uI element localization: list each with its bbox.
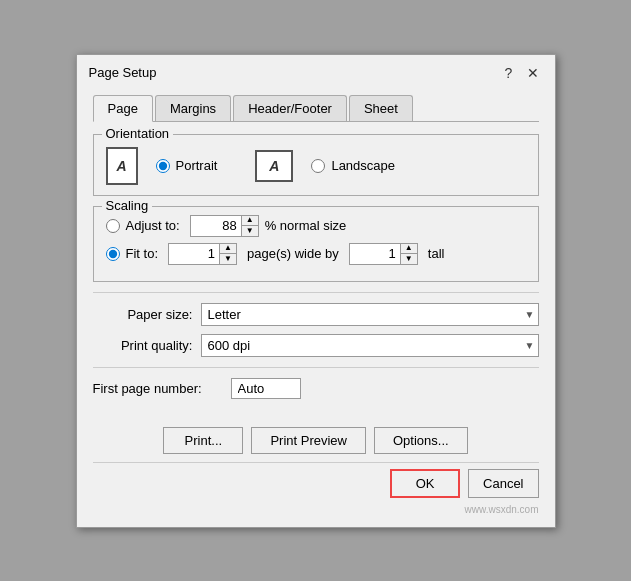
orientation-label: Orientation [102,126,174,141]
title-bar-icons: ? ✕ [499,63,543,83]
paper-size-select[interactable]: Letter A4 Legal Executive [201,303,539,326]
fit-to-label[interactable]: Fit to: [126,246,159,261]
page-setup-dialog: Page Setup ? ✕ Page Margins Header/Foote… [76,54,556,528]
adjust-to-row: Adjust to: 88 ▲ ▼ % normal size [106,215,526,237]
portrait-option: Portrait [156,158,218,173]
adjust-to-label[interactable]: Adjust to: [126,218,180,233]
adjust-to-spin-down[interactable]: ▼ [242,226,258,236]
orientation-group: Orientation A Portrait A Landsca [93,134,539,196]
options-button[interactable]: Options... [374,427,468,454]
paper-size-row: Paper size: Letter A4 Legal Executive ▼ [93,303,539,326]
landscape-icon: A [255,150,293,182]
dialog-title: Page Setup [89,65,157,80]
ok-cancel-row: OK Cancel [93,462,539,502]
tab-bar: Page Margins Header/Footer Sheet [93,95,539,122]
bottom-buttons: Print... Print Preview Options... [93,427,539,454]
print-quality-row: Print quality: 600 dpi 300 dpi 150 dpi ▼ [93,334,539,357]
paper-size-select-wrapper: Letter A4 Legal Executive ▼ [201,303,539,326]
fit-to-radio[interactable] [106,247,120,261]
fit-to-tall-spin-buttons: ▲ ▼ [400,244,417,264]
cancel-button[interactable]: Cancel [468,469,538,498]
tab-page[interactable]: Page [93,95,153,122]
title-bar: Page Setup ? ✕ [77,55,555,87]
section-divider-2 [93,367,539,368]
first-page-input[interactable]: Auto [231,378,301,399]
tab-margins[interactable]: Margins [155,95,231,121]
print-quality-select[interactable]: 600 dpi 300 dpi 150 dpi [201,334,539,357]
fit-to-row: Fit to: 1 ▲ ▼ page(s) wide by 1 ▲ ▼ [106,243,526,265]
print-quality-label: Print quality: [93,338,193,353]
fit-to-wide-spin-buttons: ▲ ▼ [219,244,236,264]
landscape-radio[interactable] [311,159,325,173]
tall-text: tall [428,246,445,261]
fit-to-wide-input[interactable]: 1 [169,244,219,264]
fit-to-tall-spin-up[interactable]: ▲ [401,244,417,254]
watermark: www.wsxdn.com [93,504,539,515]
scaling-label: Scaling [102,198,153,213]
first-page-label: First page number: [93,381,223,396]
adjust-to-spin-up[interactable]: ▲ [242,216,258,226]
dialog-body: Page Margins Header/Footer Sheet Orienta… [77,87,555,527]
fit-to-tall-spinner: 1 ▲ ▼ [349,243,418,265]
pages-wide-by-text: page(s) wide by [247,246,339,261]
first-page-row: First page number: Auto [93,378,539,399]
ok-button[interactable]: OK [390,469,460,498]
orientation-row: A Portrait A Landscape [106,143,526,185]
tab-headerfooter[interactable]: Header/Footer [233,95,347,121]
fit-to-tall-input[interactable]: 1 [350,244,400,264]
spacer [93,399,539,427]
help-button[interactable]: ? [499,63,519,83]
scaling-group: Scaling Adjust to: 88 ▲ ▼ % normal size … [93,206,539,282]
portrait-icon: A [106,147,138,185]
close-button[interactable]: ✕ [523,63,543,83]
section-divider [93,292,539,293]
adjust-to-spinner: 88 ▲ ▼ [190,215,259,237]
portrait-label[interactable]: Portrait [176,158,218,173]
landscape-option: Landscape [311,158,395,173]
fit-to-wide-spin-down[interactable]: ▼ [220,254,236,264]
normal-size-text: % normal size [265,218,347,233]
fit-to-tall-spin-down[interactable]: ▼ [401,254,417,264]
adjust-to-input[interactable]: 88 [191,216,241,236]
print-preview-button[interactable]: Print Preview [251,427,366,454]
tab-sheet[interactable]: Sheet [349,95,413,121]
fit-to-wide-spinner: 1 ▲ ▼ [168,243,237,265]
landscape-label[interactable]: Landscape [331,158,395,173]
fit-to-wide-spin-up[interactable]: ▲ [220,244,236,254]
paper-size-label: Paper size: [93,307,193,322]
adjust-to-spin-buttons: ▲ ▼ [241,216,258,236]
print-quality-select-wrapper: 600 dpi 300 dpi 150 dpi ▼ [201,334,539,357]
portrait-radio[interactable] [156,159,170,173]
print-button[interactable]: Print... [163,427,243,454]
adjust-to-radio[interactable] [106,219,120,233]
